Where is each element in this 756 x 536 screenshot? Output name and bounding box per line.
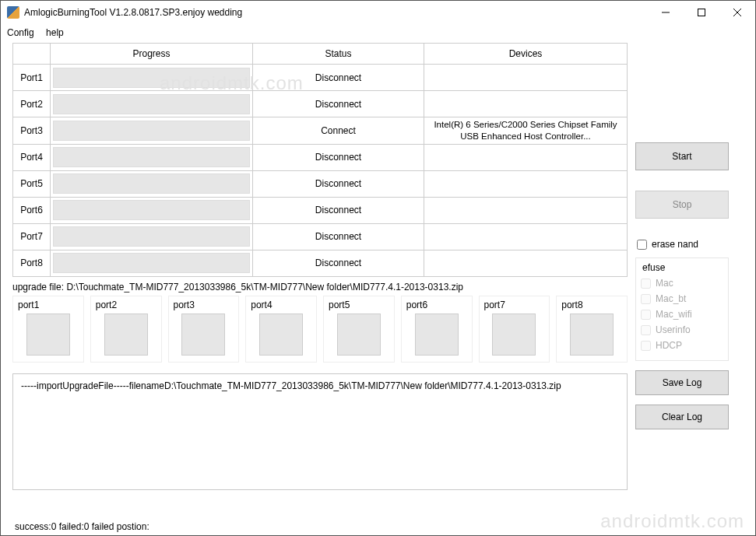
- thumb-box: [181, 314, 225, 356]
- mac-checkbox: Mac: [641, 278, 723, 289]
- hdcp-checkbox: HDCP: [641, 340, 723, 351]
- header-devices: Devices: [424, 44, 628, 65]
- status-cell: Connect: [253, 117, 424, 145]
- thumb-label: port8: [560, 298, 624, 314]
- port-label: Port8: [13, 250, 51, 276]
- thumb-port5: port5: [323, 296, 395, 363]
- status-cell: Disconnect: [253, 197, 424, 223]
- port-label: Port5: [13, 170, 51, 197]
- mac-bt-input: [641, 294, 651, 304]
- status-cell: Disconnect: [253, 170, 424, 197]
- thumb-label: port1: [16, 298, 80, 314]
- thumb-port4: port4: [245, 296, 317, 363]
- thumb-box: [570, 314, 614, 356]
- progress-bar: [53, 94, 250, 114]
- thumb-box: [337, 314, 381, 356]
- device-cell: Intel(R) 6 Series/C2000 Series Chipset F…: [424, 117, 628, 145]
- progress-bar: [53, 147, 250, 167]
- mac-wifi-checkbox: Mac_wifi: [641, 309, 723, 320]
- thumb-label: port4: [249, 298, 313, 314]
- table-row: Port2Disconnect: [13, 91, 628, 117]
- device-cell: [424, 144, 628, 170]
- svg-rect-1: [698, 9, 705, 16]
- thumb-box: [104, 314, 148, 356]
- thumb-port6: port6: [401, 296, 473, 363]
- thumb-label: port7: [483, 298, 547, 314]
- table-row: Port5Disconnect: [13, 170, 628, 197]
- thumb-box: [259, 314, 303, 356]
- port-label: Port1: [13, 65, 51, 91]
- thumb-box: [492, 314, 536, 356]
- mac-input: [641, 279, 651, 289]
- start-button[interactable]: Start: [635, 142, 729, 170]
- thumb-port2: port2: [90, 296, 162, 363]
- table-row: Port3ConnectIntel(R) 6 Series/C2000 Seri…: [13, 117, 628, 145]
- progress-bar: [53, 68, 250, 88]
- port-thumbnails: port1 port2 port3 port4 port5 port6 port…: [12, 296, 628, 363]
- efuse-group: efuse Mac Mac_bt Mac_wifi Userinfo HDCP: [635, 257, 729, 361]
- thumb-port1: port1: [12, 296, 84, 363]
- hdcp-input: [641, 341, 651, 351]
- ports-table: Progress Status Devices Port1Disconnect …: [12, 43, 628, 277]
- log-output[interactable]: -----importUpgradeFile-----filenameD:\To…: [12, 373, 628, 490]
- thumb-port3: port3: [168, 296, 240, 363]
- port-label: Port6: [13, 197, 51, 223]
- progress-bar: [53, 226, 250, 247]
- upgrade-file-label: upgrade file: D:\Touchmate_TM-MID777_201…: [12, 282, 628, 293]
- close-button[interactable]: [719, 1, 755, 24]
- port-label: Port7: [13, 223, 51, 250]
- titlebar: AmlogicBurningTool V1.2.8.0817.SP3.enjoy…: [1, 1, 755, 24]
- table-row: Port7Disconnect: [13, 223, 628, 250]
- status-cell: Disconnect: [253, 250, 424, 276]
- app-icon: [7, 6, 19, 19]
- device-cell: [424, 91, 628, 117]
- device-cell: [424, 223, 628, 250]
- userinfo-input: [641, 325, 651, 335]
- port-label: Port3: [13, 117, 51, 145]
- userinfo-checkbox: Userinfo: [641, 324, 723, 335]
- thumb-label: port2: [94, 298, 158, 314]
- status-bar: success:0 failed:0 failed postion:: [15, 521, 149, 532]
- thumb-port7: port7: [479, 296, 550, 363]
- stop-button[interactable]: Stop: [635, 191, 729, 219]
- header-status: Status: [253, 44, 424, 65]
- progress-bar: [53, 253, 250, 273]
- device-cell: [424, 250, 628, 276]
- progress-bar: [53, 173, 250, 194]
- table-row: Port1Disconnect: [13, 65, 628, 91]
- thumb-box: [415, 314, 459, 356]
- status-cell: Disconnect: [253, 144, 424, 170]
- progress-bar: [53, 200, 250, 220]
- table-row: Port4Disconnect: [13, 144, 628, 170]
- erase-nand-checkbox[interactable]: erase nand: [637, 239, 729, 250]
- thumb-box: [26, 314, 70, 356]
- thumb-label: port6: [405, 298, 469, 314]
- status-cell: Disconnect: [253, 91, 424, 117]
- window-title: AmlogicBurningTool V1.2.8.0817.SP3.enjoy…: [24, 7, 648, 18]
- port-label: Port4: [13, 144, 51, 170]
- thumb-label: port3: [172, 298, 236, 314]
- watermark: androidmtk.com: [600, 510, 744, 532]
- port-label: Port2: [13, 91, 51, 117]
- save-log-button[interactable]: Save Log: [635, 370, 729, 395]
- header-empty: [13, 44, 51, 65]
- menu-help[interactable]: help: [46, 27, 64, 38]
- erase-nand-input[interactable]: [637, 240, 647, 250]
- status-cell: Disconnect: [253, 65, 424, 91]
- mac-bt-checkbox: Mac_bt: [641, 293, 723, 304]
- progress-bar: [53, 121, 250, 141]
- minimize-button[interactable]: [648, 1, 684, 24]
- device-cell: [424, 65, 628, 91]
- table-row: Port6Disconnect: [13, 197, 628, 223]
- clear-log-button[interactable]: Clear Log: [635, 405, 729, 429]
- device-cell: [424, 197, 628, 223]
- device-cell: [424, 170, 628, 197]
- thumb-port8: port8: [556, 296, 628, 363]
- mac-wifi-input: [641, 310, 651, 320]
- thumb-label: port5: [327, 298, 391, 314]
- efuse-label: efuse: [642, 262, 723, 273]
- menubar: Config help: [1, 24, 755, 43]
- menu-config[interactable]: Config: [7, 27, 34, 38]
- maximize-button[interactable]: [684, 1, 719, 24]
- table-row: Port8Disconnect: [13, 250, 628, 276]
